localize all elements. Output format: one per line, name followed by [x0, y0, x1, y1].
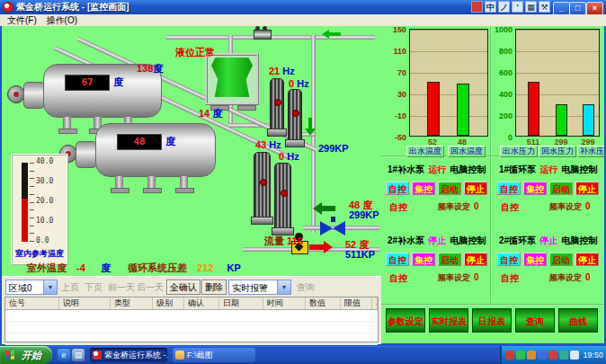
next-day-button[interactable]: 后一天: [137, 280, 164, 295]
auto-control-button[interactable]: 自控: [386, 253, 409, 266]
menu-file[interactable]: 文件(F): [7, 14, 37, 26]
hz-0b-label: 0 Hz: [279, 151, 299, 162]
central-control-button[interactable]: 集控: [523, 253, 547, 266]
current-mode-label: 自控: [389, 272, 407, 285]
alarm-table[interactable]: 位号 说明 类型 级别 确认 日期 时间 数值 限值 单..: [4, 297, 379, 342]
maximize-button[interactable]: □: [569, 2, 586, 15]
task-button-folder[interactable]: F:\截图: [173, 348, 255, 362]
kp-511-label: 511KP: [345, 249, 375, 260]
ime-punct-icon[interactable]: ': [512, 1, 523, 13]
col-time[interactable]: 时间: [263, 297, 306, 309]
bar-makeup-pressure: [583, 104, 594, 136]
alarm-row-empty: [5, 322, 378, 333]
legend-return-temp: 回水温度: [448, 146, 486, 157]
central-control-button[interactable]: 集控: [523, 182, 547, 195]
divider: [381, 304, 604, 306]
boiler-1-temp-unit: 度: [113, 75, 123, 89]
alarm-type-select[interactable]: 实时报警 ▼: [228, 280, 291, 295]
curve-button[interactable]: 曲线: [558, 308, 598, 333]
next-page-button[interactable]: 下页: [85, 280, 102, 295]
outdoor-temp-label: 室外温度 -4 度: [27, 262, 111, 275]
boiler-2-temp-display: 48: [117, 134, 162, 150]
col-unit[interactable]: 单..: [372, 297, 378, 309]
stop-pump-button[interactable]: 停止: [464, 253, 487, 266]
minimize-button[interactable]: _: [553, 2, 570, 15]
start-pump-button[interactable]: 启动: [438, 182, 461, 195]
system-tray: 19:50: [500, 346, 606, 364]
ytick: -50: [383, 133, 406, 142]
start-pump-button[interactable]: 启动: [549, 253, 573, 266]
tray-icon[interactable]: [559, 351, 568, 360]
central-control-button[interactable]: 集控: [412, 253, 435, 266]
menu-bar: 文件(F) 操作(O): [0, 14, 606, 27]
hz-21-label: 21 Hz: [269, 66, 295, 76]
title-bar[interactable]: 紫金桥运行系统 - [监控画面] 中 ノ ' ▦ ⚒ _ □ ×: [0, 0, 606, 14]
auto-control-button[interactable]: 自控: [497, 253, 521, 266]
params-setting-button[interactable]: 参数设定: [386, 308, 425, 333]
quick-launch-ie-icon[interactable]: e: [58, 349, 70, 361]
tray-icon[interactable]: [516, 351, 525, 360]
frequency-setting: 频率设定0: [438, 272, 479, 284]
hz-0-label: 0 Hz: [289, 78, 309, 89]
stop-pump-button[interactable]: 停止: [464, 182, 487, 195]
lang-cn-icon[interactable]: 中: [485, 1, 496, 13]
ime-options-icon[interactable]: ⚒: [539, 1, 550, 13]
menu-operate[interactable]: 操作(O): [47, 14, 77, 26]
start-pump-button[interactable]: 启动: [438, 253, 461, 266]
col-value[interactable]: 数值: [306, 297, 341, 309]
thermometer-label: 室内参考温度: [15, 248, 64, 260]
show-desktop-icon[interactable]: ▤: [72, 349, 85, 361]
frequency-setting: 频率设定0: [549, 272, 591, 284]
realtime-report-button[interactable]: 实时报表: [429, 308, 468, 333]
area-select[interactable]: 区域0 ▼: [5, 280, 58, 295]
alarm-query-button[interactable]: 查询: [297, 280, 315, 295]
language-bar[interactable]: 中 ノ ' ▦ ⚒: [471, 1, 550, 13]
pressure-bar-chart: 1000 800 600 400 200 0 511 299 299 出水压力 …: [491, 27, 602, 155]
prev-day-button[interactable]: 前一天: [108, 280, 135, 295]
ytick: 1000: [489, 26, 512, 34]
daily-report-button[interactable]: 日报表: [472, 308, 512, 333]
tray-icon[interactable]: [538, 351, 547, 360]
col-type[interactable]: 类型: [111, 297, 153, 309]
start-button[interactable]: 开始: [0, 346, 52, 364]
right-pane: 150 110 70 30 -10 -50 52 48 出水温度 回水温度 10…: [381, 26, 604, 343]
ime-icon[interactable]: [471, 1, 483, 13]
col-confirm[interactable]: 确认: [184, 297, 219, 309]
boiler-2-body: [95, 123, 216, 177]
app-icon: [93, 351, 102, 360]
auto-control-button[interactable]: 自控: [386, 182, 409, 195]
plot-area: [515, 29, 600, 137]
stop-pump-button[interactable]: 停止: [575, 182, 599, 195]
auto-control-button[interactable]: 自控: [497, 182, 521, 195]
start-pump-button[interactable]: 启动: [549, 182, 573, 195]
tray-icon[interactable]: [505, 351, 514, 360]
ytick: 70: [383, 68, 406, 77]
close-button[interactable]: ×: [586, 2, 603, 15]
tray-icon[interactable]: [570, 351, 579, 360]
prev-page-button[interactable]: 上页: [61, 280, 79, 295]
action-button-row: 参数设定 实时报表 日报表 查询 曲线: [386, 308, 602, 333]
makeup-pump-2: [288, 89, 302, 141]
tray-icon[interactable]: [548, 351, 557, 360]
bar-outlet-pressure: [528, 82, 539, 136]
chevron-down-icon[interactable]: ▼: [277, 280, 290, 294]
col-level[interactable]: 级别: [153, 297, 184, 309]
ime-tool-icon[interactable]: ノ: [498, 1, 510, 13]
stop-pump-button[interactable]: 停止: [575, 253, 599, 266]
query-button[interactable]: 查询: [515, 308, 555, 333]
col-tag[interactable]: 位号: [5, 297, 59, 309]
legend-return-pressure: 回水压力: [539, 146, 576, 157]
panel-makeup-pump-2: 2#补水泵停止电脑控制 自控 集控 启动 停止 自控 频率设定0: [384, 229, 490, 297]
col-limit[interactable]: 限值: [341, 297, 372, 309]
pump-status: 运行: [539, 164, 557, 174]
col-date[interactable]: 日期: [219, 297, 263, 309]
area-select-value: 区域0: [9, 282, 32, 295]
col-description[interactable]: 说明: [59, 297, 111, 309]
delete-button[interactable]: 删除: [201, 280, 227, 295]
keyboard-icon[interactable]: ▦: [525, 1, 537, 13]
central-control-button[interactable]: 集控: [412, 182, 435, 195]
task-button-app[interactable]: 紫金桥运行系统 -...: [90, 348, 167, 362]
confirm-all-button[interactable]: 全确认: [166, 280, 201, 295]
tray-icon[interactable]: [527, 351, 536, 360]
chevron-down-icon[interactable]: ▼: [43, 280, 57, 294]
